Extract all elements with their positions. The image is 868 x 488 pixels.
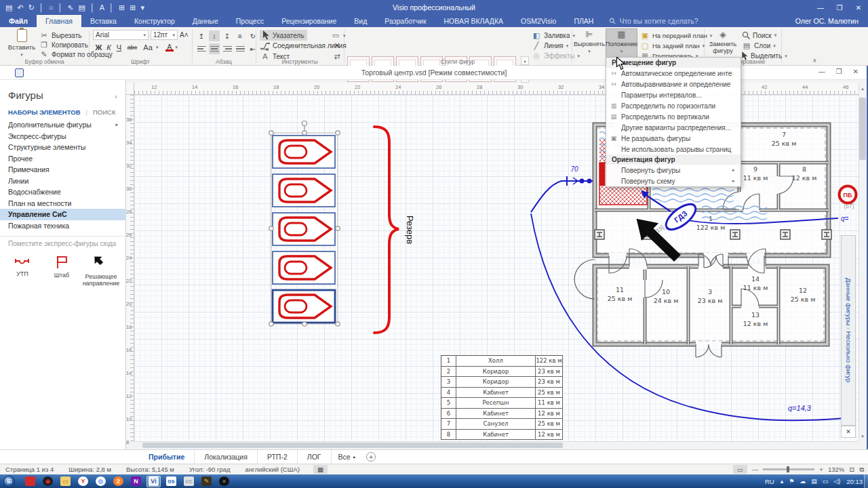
bullets-icon[interactable]: ≡: [235, 30, 245, 41]
menu-item[interactable]: Параметры интервалов...: [606, 89, 741, 100]
ribbon-tab[interactable]: Файл: [0, 15, 37, 27]
horizontal-scroll-thumb[interactable]: [142, 443, 563, 448]
taskbar-app[interactable]: ▭: [58, 476, 73, 487]
line-button[interactable]: ╱Линия▾: [532, 41, 568, 50]
ribbon-tab[interactable]: Вставка: [81, 15, 125, 27]
page-tab[interactable]: Прибытие: [139, 450, 195, 464]
font-family-select[interactable]: Arial▾: [93, 30, 149, 40]
menu-item[interactable]: Повернуть схему ▸: [606, 176, 741, 186]
scroll-down-icon[interactable]: ▼: [859, 432, 867, 441]
doc-close-button[interactable]: ✕: [853, 68, 859, 75]
italic-button[interactable]: К: [104, 43, 113, 52]
align-left-icon[interactable]: [196, 43, 207, 54]
justify-icon[interactable]: [235, 43, 245, 54]
menu-item[interactable]: Повернуть фигуры ▸: [606, 165, 741, 176]
underline-button[interactable]: Ч: [115, 43, 123, 52]
fill-button[interactable]: ◧Заливка▾: [532, 31, 575, 40]
find-button[interactable]: Поиск▾: [742, 31, 776, 39]
menu-item[interactable]: Другие варианты распределения...: [606, 122, 741, 133]
shape-utp[interactable]: УТП: [3, 255, 42, 287]
fit-page-icon[interactable]: ⊡: [849, 466, 854, 473]
scroll-up-icon[interactable]: ▲: [859, 84, 867, 94]
shape-shtab[interactable]: Штаб: [42, 255, 81, 287]
shape-decisive-direction[interactable]: Решающее направление: [81, 255, 121, 287]
taskbar-app[interactable]: ◉: [41, 476, 55, 487]
ribbon-tab[interactable]: ПЛАН: [565, 15, 602, 27]
align-top-icon[interactable]: ↥: [196, 30, 207, 41]
ribbon-tab[interactable]: Рецензирование: [273, 15, 345, 27]
strikethrough-button[interactable]: abc: [125, 44, 140, 51]
reserve-units[interactable]: [269, 121, 340, 327]
stencil-item[interactable]: План на местности: [0, 198, 126, 209]
page-tab[interactable]: Локализация: [195, 450, 258, 464]
zoom-in-button[interactable]: +: [819, 466, 823, 473]
menu-item[interactable]: ∺ Автовыравнивание и определение интерва…: [606, 79, 741, 89]
menu-item[interactable]: ▣ Не разрывать фигуры: [606, 133, 741, 144]
menu-item[interactable]: ▥ Распределить по горизонтали: [606, 100, 741, 111]
decrease-indent-icon[interactable]: ⇤: [248, 43, 258, 54]
copy-button[interactable]: ❐Копировать: [39, 41, 88, 49]
collapse-ribbon-icon[interactable]: ∧: [812, 57, 817, 64]
taskbar-app[interactable]: ◍: [94, 476, 108, 487]
status-item[interactable]: английский (США): [245, 466, 300, 473]
page-tab[interactable]: РТП-2: [258, 450, 298, 464]
zoom-level[interactable]: 132%: [828, 466, 844, 473]
doc-restore-button[interactable]: ❐: [836, 68, 842, 75]
align-middle-icon[interactable]: ↕: [209, 30, 220, 41]
taskbar-app[interactable]: Vi: [146, 476, 161, 487]
stencil-item[interactable]: Водоснабжение: [0, 186, 126, 198]
ribbon-tab[interactable]: Разработчик: [376, 15, 435, 27]
tab-search[interactable]: ПОИСК: [93, 108, 115, 116]
minimize-button[interactable]: —: [811, 0, 830, 15]
align-bottom-icon[interactable]: ↧: [222, 30, 233, 41]
rotate-text-icon[interactable]: ↻: [248, 30, 258, 41]
room-table[interactable]: 1 Холл 122 кв м 2 Коридор 23 кв м 3 Кори…: [441, 355, 563, 440]
menu-item[interactable]: Не использовать разрывы страниц: [606, 144, 741, 155]
tray-icon[interactable]: ▴: [781, 478, 784, 485]
bring-to-front-button[interactable]: ▣На передний план▾: [640, 31, 712, 40]
stencil-item[interactable]: Дополнительные фигуры▸: [0, 119, 126, 131]
pb-marker[interactable]: ПБ (57): [840, 186, 856, 210]
status-item[interactable]: Страница 1 из 4: [5, 466, 54, 473]
ribbon-tab[interactable]: НОВАЯ ВКЛАДКА: [435, 15, 513, 27]
reserve-brace[interactable]: Резерв: [374, 127, 415, 333]
show-desktop-button[interactable]: [864, 474, 868, 488]
taskbar-app[interactable]: Y: [76, 476, 90, 487]
ribbon-tab[interactable]: Главная: [37, 15, 81, 27]
taskbar-app[interactable]: ✎: [199, 476, 214, 487]
zoom-out-button[interactable]: —: [752, 466, 759, 473]
tray-icon[interactable]: ☁: [800, 478, 806, 485]
taskbar-app[interactable]: 2: [111, 476, 125, 487]
ribbon-tab[interactable]: Конструктор: [125, 15, 184, 27]
clock[interactable]: 20:13: [846, 478, 863, 485]
account-name[interactable]: Олег ОС. Малютин: [795, 15, 859, 27]
ribbon-tab[interactable]: Процесс: [227, 15, 273, 27]
presentation-mode-icon[interactable]: ▭: [733, 465, 747, 474]
close-button[interactable]: ✕: [849, 0, 868, 15]
tray-icon[interactable]: ▤: [811, 478, 817, 485]
paste-button[interactable]: Вставить▾: [5, 29, 38, 58]
status-item[interactable]: Угол: -90 град: [189, 466, 231, 473]
send-to-back-button[interactable]: ▢На задний план▾: [640, 41, 705, 50]
status-item[interactable]: Высота: 5,145 м: [126, 466, 174, 473]
panel-close-icon[interactable]: ✕: [841, 426, 856, 438]
ribbon-tab[interactable]: OSM2Visio: [512, 15, 565, 27]
tray-icon[interactable]: ⚑: [789, 478, 794, 485]
grow-font-button[interactable]: А˄: [180, 31, 189, 39]
language-indicator[interactable]: RU: [765, 478, 774, 485]
add-page-button[interactable]: +: [366, 452, 376, 462]
menu-item[interactable]: ▤ Распределить по вертикали: [606, 111, 741, 122]
stencil-item[interactable]: Структурные элементы: [0, 142, 126, 153]
stencil-item[interactable]: Линии: [0, 176, 126, 187]
menu-item[interactable]: ∺ Автоматическое определение интервалов: [606, 68, 741, 79]
status-item[interactable]: Ширина: 2,8 м: [68, 466, 111, 473]
shape-data-panel-tab[interactable]: Данные фигуры - Несколько фигур: [841, 235, 856, 426]
pointer-tool-button[interactable]: Указатель: [260, 30, 307, 41]
page-tab[interactable]: ЛОГ: [298, 450, 332, 464]
menu-item[interactable]: Ориентация фигур: [606, 155, 741, 165]
layers-button[interactable]: ▤Слои▾: [742, 41, 776, 50]
ribbon-tab[interactable]: Вид: [345, 15, 376, 27]
all-pages-button[interactable]: Все▴: [332, 453, 363, 461]
align-right-icon[interactable]: [222, 43, 233, 54]
zoom-slider[interactable]: [763, 468, 814, 470]
